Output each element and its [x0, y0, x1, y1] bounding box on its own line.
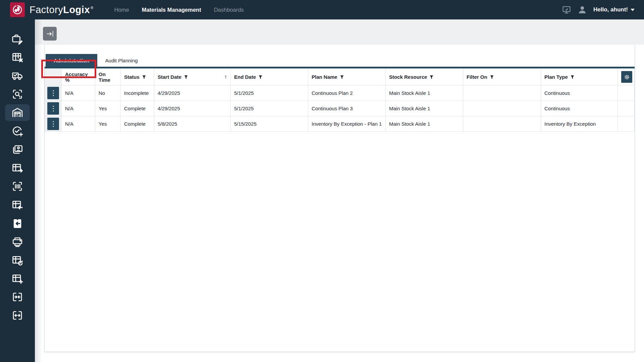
nav-home[interactable]: Home: [114, 7, 129, 13]
column-header-plan-type[interactable]: Plan Type: [541, 69, 618, 85]
cell-filter-on: [463, 101, 541, 116]
user-menu[interactable]: Hello, ahunt!: [593, 6, 635, 13]
sidebar-shadow: [35, 19, 42, 362]
grid-settings-button[interactable]: [621, 71, 632, 83]
factorylogix-logo-icon[interactable]: [10, 2, 25, 17]
sidebar-item-scan-search[interactable]: [5, 86, 30, 103]
arrow-to-bar-icon: [46, 30, 54, 38]
column-header-status[interactable]: Status: [121, 69, 154, 85]
cell-accuracy: N/A: [62, 101, 95, 116]
brand-wordmark: FactoryLogix®: [30, 4, 94, 15]
filter-icon[interactable]: [430, 75, 433, 79]
sidebar-item-expand-horizontal[interactable]: [5, 307, 30, 324]
cell-stock-resource: Main Stock Aisle 1: [386, 116, 463, 132]
cell-status: Complete: [121, 116, 154, 132]
column-header-end-date[interactable]: End Date: [231, 69, 308, 85]
cell-plan-name: Continuous Plan 2: [308, 85, 386, 101]
navbar-right: Hello, ahunt!: [562, 5, 635, 15]
table-row[interactable]: N/A Yes Complete 4/29/2025 5/1/2025 Cont…: [45, 101, 635, 116]
audit-plans-table: Accuracy % On Time Status Start Date ↑ E…: [45, 68, 635, 132]
user-avatar-icon[interactable]: [577, 5, 587, 15]
table-remove-icon: [11, 51, 23, 63]
filter-icon[interactable]: [571, 75, 574, 79]
cell-settings-spacer: [618, 116, 635, 132]
cell-end-date: 5/15/2025: [231, 116, 308, 132]
kebab-menu-icon: [52, 90, 54, 97]
cell-end-date: 5/1/2025: [231, 101, 308, 116]
id-card-icon: [11, 143, 23, 156]
nav-materials-management[interactable]: Materials Management: [142, 7, 201, 13]
cell-filter-on: [463, 116, 541, 132]
sidebar-item-truck-check[interactable]: [5, 67, 30, 84]
barcode-scan-icon: [11, 180, 23, 192]
top-navbar: FactoryLogix® Home Materials Management …: [0, 0, 644, 19]
nav-dashboards[interactable]: Dashboards: [214, 7, 244, 13]
cell-on-time: Yes: [95, 116, 121, 132]
kebab-menu-icon: [52, 105, 54, 112]
content-panel: Administration Audit Planning Accuracy %…: [44, 45, 635, 352]
cell-on-time: Yes: [95, 101, 121, 116]
row-menu-button[interactable]: [47, 118, 59, 130]
tab-audit-planning[interactable]: Audit Planning: [97, 54, 146, 67]
filter-icon[interactable]: [490, 75, 494, 79]
filter-icon[interactable]: [259, 75, 262, 79]
cell-accuracy: N/A: [62, 116, 95, 132]
cell-plan-name: Continuous Plan 3: [308, 101, 386, 116]
table-refresh-icon: [11, 254, 23, 266]
cell-start-date: 4/29/2025: [154, 101, 231, 116]
table-row[interactable]: N/A No Incomplete 4/29/2025 5/1/2025 Con…: [45, 85, 635, 101]
sidebar-item-table-remove[interactable]: [5, 49, 30, 66]
user-greeting: Hello, ahunt!: [593, 6, 628, 13]
sidebar-item-check-add[interactable]: [5, 123, 30, 139]
remote-display-icon[interactable]: [562, 5, 571, 14]
table-export-icon: [11, 162, 23, 174]
column-header-settings: [618, 69, 635, 85]
chevron-down-icon: [631, 9, 635, 11]
column-header-accuracy: Accuracy %: [62, 69, 95, 85]
cell-status: Incomplete: [121, 85, 154, 101]
tab-administration[interactable]: Administration: [46, 54, 97, 67]
collapse-horizontal-icon: [11, 291, 23, 303]
cell-plan-type: Continuous: [541, 101, 618, 116]
cell-settings-spacer: [618, 85, 635, 101]
sidebar-item-table-export[interactable]: [5, 160, 30, 176]
sidebar-item-printer[interactable]: [5, 233, 30, 250]
cell-status: Complete: [121, 101, 154, 116]
sidebar-item-warehouse[interactable]: [5, 104, 30, 121]
collapse-panel-button[interactable]: [43, 27, 57, 41]
column-header-on-time: On Time: [95, 69, 121, 85]
cell-on-time: No: [95, 85, 121, 101]
column-header-start-date[interactable]: Start Date ↑: [154, 69, 231, 85]
sort-ascending-icon: ↑: [224, 74, 227, 80]
sidebar-item-table-refresh[interactable]: [5, 252, 30, 268]
column-header-plan-name[interactable]: Plan Name: [308, 69, 386, 85]
primary-nav: Home Materials Management Dashboards: [114, 7, 244, 13]
clipboard-return-icon: [11, 217, 23, 229]
scan-search-icon: [11, 88, 23, 100]
brand-word-factory: Factory: [30, 4, 63, 15]
sidebar-item-table-add[interactable]: [5, 270, 30, 287]
tab-strip: Administration Audit Planning: [45, 54, 635, 67]
check-add-icon: [11, 125, 23, 137]
row-menu-button[interactable]: [47, 87, 59, 99]
sidebar-item-table-import[interactable]: [5, 196, 30, 213]
kebab-menu-icon: [52, 121, 54, 127]
table-header-row: Accuracy % On Time Status Start Date ↑ E…: [45, 69, 635, 85]
sidebar-item-barcode-scan[interactable]: [5, 178, 30, 195]
column-header-stock-resource[interactable]: Stock Resource: [386, 69, 463, 85]
row-menu-button[interactable]: [47, 102, 59, 115]
filter-icon[interactable]: [142, 75, 146, 79]
sidebar-item-id-card[interactable]: [5, 141, 30, 158]
sidebar-item-clipboard-return[interactable]: [5, 215, 30, 232]
toolbar-strip: [35, 19, 644, 45]
filter-icon[interactable]: [340, 75, 344, 79]
gear-icon: [624, 74, 630, 80]
cell-plan-type: Continuous: [541, 85, 618, 101]
sidebar-item-job-edit[interactable]: [5, 31, 30, 47]
table-row[interactable]: N/A Yes Complete 5/8/2025 5/15/2025 Inve…: [45, 116, 635, 132]
cell-start-date: 4/29/2025: [154, 85, 231, 101]
filter-icon[interactable]: [184, 75, 188, 79]
sidebar-item-collapse-horizontal[interactable]: [5, 289, 30, 305]
expand-horizontal-icon: [11, 309, 23, 321]
column-header-filter-on[interactable]: Filter On: [463, 69, 541, 85]
